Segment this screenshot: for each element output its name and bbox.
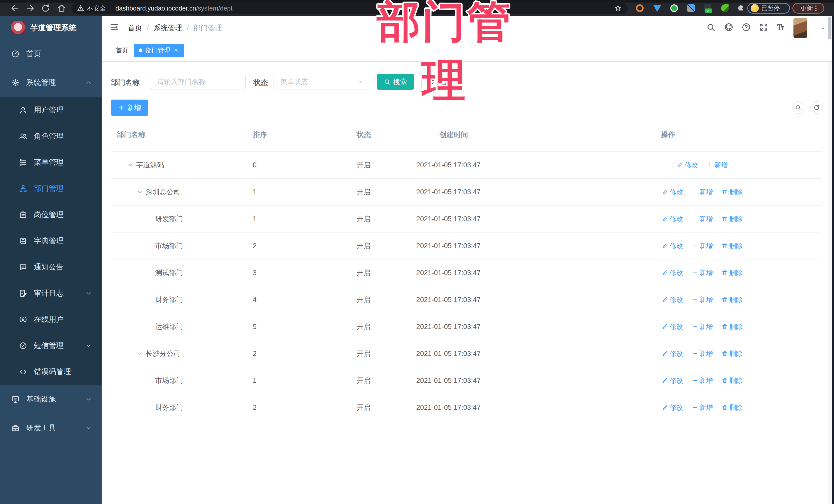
sidebar-item[interactable]: 审计日志 <box>0 280 102 306</box>
delete-action-link[interactable]: 删除 <box>722 403 743 412</box>
sidebar-item[interactable]: 部门管理 <box>0 176 102 202</box>
table-row: 研发部门 1 开启 2021-01-05 17:03:47 修改 新增 <box>111 205 822 233</box>
tag-close-icon[interactable] <box>173 47 179 53</box>
refresh-table-button[interactable] <box>810 101 823 114</box>
add-action-link[interactable]: 新增 <box>692 188 713 197</box>
expand-chevron-icon[interactable] <box>136 189 143 195</box>
status-cell: 开启 <box>357 286 371 313</box>
dept-name-label: 部门名称 <box>111 78 139 88</box>
github-icon[interactable] <box>724 23 733 32</box>
sidebar-item[interactable]: 字典管理 <box>0 228 102 254</box>
edit-action-link[interactable]: 修改 <box>677 161 698 170</box>
bookmark-star-icon[interactable] <box>614 5 621 12</box>
add-action-link[interactable]: 新增 <box>692 215 713 223</box>
reset-button[interactable]: 重置 <box>421 74 457 90</box>
delete-action-link[interactable]: 删除 <box>722 295 743 304</box>
fullscreen-icon[interactable] <box>759 23 768 32</box>
sidebar-item[interactable]: 基础设施 <box>0 385 102 414</box>
extension-orange-ring-icon[interactable] <box>636 4 643 12</box>
app-logo-link[interactable]: 芋道管理系统 <box>0 16 102 40</box>
delete-action-link[interactable]: 删除 <box>722 322 743 331</box>
browser-back-icon[interactable] <box>10 4 20 13</box>
header-search-icon[interactable] <box>706 23 716 32</box>
extension-blue-gem-icon[interactable] <box>653 5 661 12</box>
font-size-icon[interactable] <box>776 23 785 32</box>
tag-dept-active[interactable]: 部门管理 <box>134 44 184 57</box>
browser-reload-icon[interactable] <box>41 4 50 13</box>
sidebar-item[interactable]: 研发工具 <box>0 414 102 442</box>
search-button[interactable]: 搜索 <box>377 74 414 90</box>
add-action-link[interactable]: 新增 <box>692 376 713 385</box>
sidebar-item[interactable]: 错误码管理 <box>0 359 102 385</box>
extension-grid-icon[interactable] <box>687 4 695 12</box>
user-avatar[interactable] <box>793 18 807 38</box>
edit-action-link[interactable]: 修改 <box>662 215 683 223</box>
sidebar-item[interactable]: 系统管理 <box>0 68 102 97</box>
add-action-link[interactable]: 新增 <box>692 241 713 250</box>
sidebar-item[interactable]: 在线用户 <box>0 306 102 333</box>
table-header-row: 部门名称 排序 状态 创建时间 操作 <box>111 120 822 152</box>
help-question-icon[interactable] <box>742 23 751 32</box>
edit-action-link[interactable]: 修改 <box>662 322 683 331</box>
address-bar[interactable]: 不安全 dashboard.yudao.iocoder.cn /system/d… <box>71 3 628 14</box>
sidebar-item[interactable]: 通知公告 <box>0 254 102 280</box>
delete-action-label: 删除 <box>729 268 743 278</box>
show-search-toggle-button[interactable] <box>792 101 804 114</box>
sidebar-item[interactable]: 用户管理 <box>0 97 102 123</box>
dept-name-cell: 市场部门 <box>117 367 183 394</box>
add-button[interactable]: 新增 <box>111 100 148 116</box>
edit-action-link[interactable]: 修改 <box>662 188 683 197</box>
add-action-label: 新增 <box>700 241 713 250</box>
breadcrumb-home[interactable]: 首页 <box>128 23 142 33</box>
table-row: 深圳总公司 1 开启 2021-01-05 17:03:47 修改 新增 <box>111 179 822 205</box>
add-action-link[interactable]: 新增 <box>692 322 713 331</box>
delete-action-link[interactable]: 删除 <box>722 376 743 385</box>
breadcrumb-system[interactable]: 系统管理 <box>153 23 182 33</box>
delete-action-link[interactable]: 删除 <box>722 268 743 278</box>
sidebar-item[interactable]: 首页 <box>0 40 102 68</box>
extension-dark-icon[interactable]: on <box>704 4 711 12</box>
sidebar-item[interactable]: 短信管理 <box>0 333 102 359</box>
add-action-link[interactable]: 新增 <box>692 403 713 412</box>
created-cell: 2021-01-05 17:03:47 <box>416 259 481 286</box>
sort-cell: 3 <box>253 259 257 286</box>
delete-action-link[interactable]: 删除 <box>722 241 743 250</box>
add-action-link[interactable]: 新增 <box>692 295 713 304</box>
browser-profile-chip[interactable]: 已暂停 <box>747 3 790 14</box>
col-header-ops: 操作 <box>661 130 675 139</box>
extension-green-key-icon[interactable] <box>721 4 729 12</box>
edit-action-link[interactable]: 修改 <box>662 295 683 304</box>
status-cell: 开启 <box>357 179 371 205</box>
chevron-down-icon <box>85 290 92 297</box>
browser-menu-kebab-icon[interactable] <box>815 5 816 11</box>
delete-action-link[interactable]: 删除 <box>722 215 743 223</box>
sidebar-item[interactable]: 菜单管理 <box>0 149 102 176</box>
edit-action-link[interactable]: 修改 <box>662 349 683 358</box>
delete-action-link[interactable]: 删除 <box>722 188 743 197</box>
add-action-link[interactable]: 新增 <box>692 349 713 358</box>
edit-action-link[interactable]: 修改 <box>662 376 683 385</box>
browser-home-icon[interactable] <box>57 4 66 13</box>
browser-update-button[interactable]: 更新 <box>792 3 824 14</box>
sidebar-item[interactable]: 岗位管理 <box>0 202 102 228</box>
edit-action-link[interactable]: 修改 <box>662 241 683 250</box>
delete-action-link[interactable]: 删除 <box>722 349 743 358</box>
sidebar-collapse-hamburger-icon[interactable] <box>109 22 119 32</box>
edit-action-link[interactable]: 修改 <box>662 268 683 278</box>
menu-list-icon <box>19 158 27 167</box>
sort-cell: 1 <box>253 367 257 394</box>
tag-home[interactable]: 首页 <box>111 44 133 57</box>
sidebar-item[interactable]: 角色管理 <box>0 123 102 149</box>
extension-green-check-icon[interactable] <box>670 4 678 12</box>
created-cell: 2021-01-05 17:03:47 <box>416 286 481 313</box>
expand-chevron-icon[interactable] <box>136 350 143 357</box>
extensions-puzzle-icon[interactable] <box>737 4 745 12</box>
add-action-link[interactable]: 新增 <box>692 268 713 278</box>
add-action-link[interactable]: 新增 <box>707 161 728 170</box>
avatar-caret-down-icon[interactable] <box>820 26 826 31</box>
expand-chevron-icon[interactable] <box>127 162 134 168</box>
edit-action-link[interactable]: 修改 <box>662 403 683 412</box>
dept-name-input[interactable] <box>150 78 245 86</box>
browser-forward-icon[interactable] <box>26 4 35 13</box>
status-select[interactable]: 菜单状态 <box>273 74 369 90</box>
